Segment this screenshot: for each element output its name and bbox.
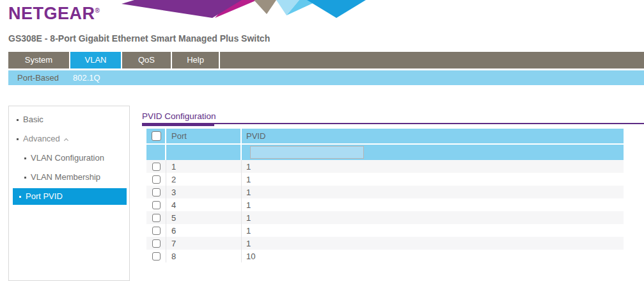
table-filter-row xyxy=(146,143,624,160)
pvid-filter-input[interactable] xyxy=(250,146,364,159)
port-cell: 4 xyxy=(166,198,242,211)
sub-nav: Port-Based 802.1Q xyxy=(8,70,644,85)
table-row: 5 1 xyxy=(146,211,624,224)
section-heading: PVID Configuration xyxy=(142,111,216,121)
table-row: 7 1 xyxy=(146,237,624,250)
filter-checkbox-cell xyxy=(146,145,166,160)
netgear-logo: NETGEAR® xyxy=(8,4,100,24)
sidebar-item-vlan-membership[interactable]: VLAN Membership xyxy=(9,168,129,187)
row-checkbox[interactable] xyxy=(152,227,161,235)
registered-mark: ® xyxy=(95,7,100,14)
filter-port-cell xyxy=(166,145,242,160)
table-row: 8 10 xyxy=(146,250,624,262)
square-bullet-icon xyxy=(19,196,21,198)
square-bullet-icon xyxy=(24,157,26,159)
square-bullet-icon xyxy=(17,119,19,121)
pvid-cell: 1 xyxy=(242,198,624,211)
port-cell: 8 xyxy=(166,250,242,262)
port-cell: 6 xyxy=(166,224,242,237)
sidebar-item-label: Port PVID xyxy=(26,191,63,201)
page-title: GS308E - 8-Port Gigabit Ethernet Smart M… xyxy=(8,33,270,44)
sidebar-item-vlan-configuration[interactable]: VLAN Configuration xyxy=(9,149,129,168)
pvid-cell: 1 xyxy=(242,224,624,237)
column-header-pvid: PVID xyxy=(242,129,624,143)
main-nav: System VLAN QoS Help xyxy=(8,52,644,68)
square-bullet-icon xyxy=(17,138,19,140)
pvid-cell: 1 xyxy=(242,160,624,173)
sidebar-item-label: Advanced xyxy=(23,134,60,143)
heading-rule xyxy=(142,123,644,124)
port-cell: 2 xyxy=(166,173,242,186)
table-row: 4 1 xyxy=(146,198,624,211)
subnav-item-port-based[interactable]: Port-Based xyxy=(17,73,59,83)
pvid-cell: 1 xyxy=(242,173,624,186)
heading-rule-accent xyxy=(142,123,214,126)
table-row: 2 1 xyxy=(146,173,624,186)
table-row: 3 1 xyxy=(146,186,624,198)
row-checkbox[interactable] xyxy=(152,239,161,248)
tab-system[interactable]: System xyxy=(8,52,70,68)
nav-filler xyxy=(220,52,644,68)
pvid-cell: 1 xyxy=(242,237,624,250)
port-cell: 3 xyxy=(166,186,242,198)
tab-qos[interactable]: QoS xyxy=(122,52,172,68)
banner-graphic xyxy=(118,0,368,19)
row-checkbox[interactable] xyxy=(152,163,161,171)
pvid-cell: 1 xyxy=(242,211,624,224)
row-checkbox[interactable] xyxy=(152,201,161,209)
sidebar: Basic Advanced VLAN Configuration VLAN M… xyxy=(8,106,130,281)
sidebar-item-port-pvid[interactable]: Port PVID xyxy=(13,188,127,205)
table-header-row: Port PVID xyxy=(146,129,624,143)
row-checkbox[interactable] xyxy=(152,175,161,184)
pvid-table: Port PVID 1 1 2 1 3 1 4 1 xyxy=(146,129,624,262)
table-row: 1 1 xyxy=(146,160,624,173)
sidebar-item-basic[interactable]: Basic xyxy=(9,110,129,129)
pvid-cell: 1 xyxy=(242,186,624,198)
port-cell: 7 xyxy=(166,237,242,250)
page: NETGEAR® GS308E - 8-Port Gigabit Etherne… xyxy=(0,0,644,281)
sidebar-item-label: VLAN Membership xyxy=(31,172,100,182)
port-cell: 5 xyxy=(166,211,242,224)
tab-help[interactable]: Help xyxy=(172,52,220,68)
row-checkbox[interactable] xyxy=(152,188,161,197)
sidebar-item-advanced[interactable]: Advanced xyxy=(9,129,129,149)
port-cell: 1 xyxy=(166,160,242,173)
sidebar-item-label: Basic xyxy=(23,115,43,124)
logo-text: NETGEAR xyxy=(8,4,95,23)
header-checkbox-cell xyxy=(146,129,166,143)
square-bullet-icon xyxy=(24,177,26,179)
select-all-checkbox[interactable] xyxy=(152,131,161,141)
column-header-port: Port xyxy=(166,129,242,143)
row-checkbox[interactable] xyxy=(152,214,161,222)
filter-pvid-cell xyxy=(242,145,624,160)
caret-up-icon xyxy=(64,138,68,143)
table-row: 6 1 xyxy=(146,224,624,237)
pvid-cell: 10 xyxy=(242,250,624,262)
subnav-item-8021q[interactable]: 802.1Q xyxy=(73,73,100,83)
tab-vlan[interactable]: VLAN xyxy=(70,52,122,68)
row-checkbox[interactable] xyxy=(152,252,161,261)
sidebar-item-label: VLAN Configuration xyxy=(31,153,104,163)
